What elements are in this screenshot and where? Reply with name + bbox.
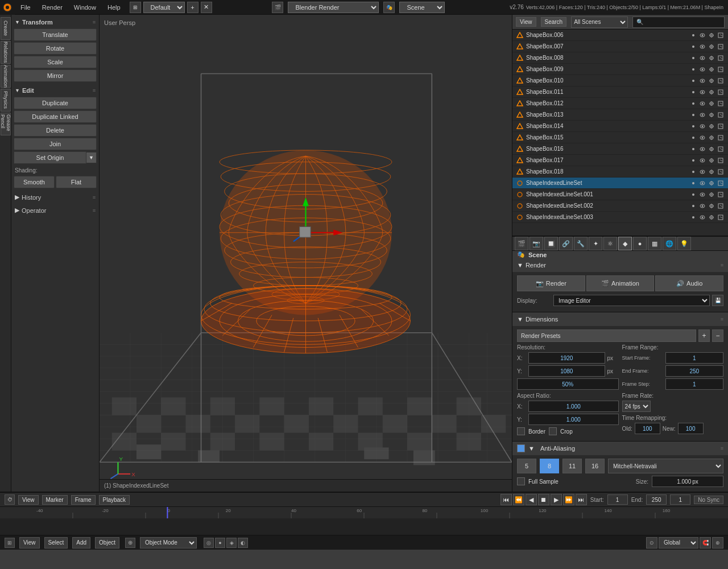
outliner-item-5[interactable]: ShapeBox.011 bbox=[512, 86, 728, 98]
item-eye-icon-15[interactable] bbox=[698, 202, 706, 210]
duplicate-btn[interactable]: Duplicate bbox=[14, 97, 97, 109]
world-btn[interactable]: 🌐 bbox=[663, 237, 676, 250]
item-render-icon-7[interactable] bbox=[717, 111, 725, 119]
item-render-icon-2[interactable] bbox=[717, 54, 725, 62]
outliner-search-input[interactable] bbox=[632, 17, 725, 28]
solid-btn[interactable]: ● bbox=[215, 538, 225, 548]
transform-header[interactable]: ▼ Transform ≡ bbox=[14, 17, 97, 27]
item-render-icon-13[interactable] bbox=[717, 179, 725, 187]
item-cursor-icon-3[interactable] bbox=[708, 65, 715, 73]
item-eye-icon-0[interactable] bbox=[698, 31, 706, 39]
res-x-value[interactable]: 1920 bbox=[528, 352, 605, 364]
timeline-marker-btn[interactable]: Marker bbox=[42, 495, 68, 505]
item-eye-icon-11[interactable] bbox=[698, 156, 706, 164]
physics-tab[interactable]: Physics bbox=[1, 89, 11, 112]
outliner-item-16[interactable]: ShapeIndexedLineSet.003 bbox=[512, 212, 728, 223]
viewport-canvas[interactable]: X Y bbox=[100, 15, 512, 492]
jump-start-btn[interactable]: ⏮ bbox=[500, 494, 512, 505]
outliner-item-14[interactable]: ShapeIndexedLineSet.001 bbox=[512, 189, 728, 200]
aa-5-btn[interactable]: 5 bbox=[517, 459, 536, 473]
material-mode-btn[interactable]: ◐ bbox=[238, 538, 248, 548]
prev-key-btn[interactable]: ⏪ bbox=[513, 494, 524, 505]
bottom-view-btn[interactable]: View bbox=[19, 537, 40, 549]
item-render-icon-0[interactable] bbox=[717, 31, 725, 39]
end-frame-input[interactable] bbox=[646, 494, 667, 505]
duplicate-linked-btn[interactable]: Duplicate Linked bbox=[14, 110, 97, 123]
outliner-search-btn[interactable]: Search bbox=[541, 17, 567, 27]
item-eye-icon-4[interactable] bbox=[698, 77, 706, 85]
item-eye-icon-8[interactable] bbox=[698, 122, 706, 130]
res-percent[interactable]: 50% bbox=[517, 378, 619, 390]
object-props-btn[interactable]: 🔲 bbox=[544, 237, 558, 250]
bottom-select-btn[interactable]: Select bbox=[44, 537, 68, 549]
menu-help[interactable]: Help bbox=[102, 0, 126, 14]
bottom-object-btn[interactable]: Object bbox=[95, 537, 119, 549]
render-btn[interactable]: 📷 Render bbox=[517, 275, 585, 291]
outliner-item-9[interactable]: ShapeBox.015 bbox=[512, 132, 728, 143]
item-cursor-icon-8[interactable] bbox=[708, 122, 715, 130]
item-render-icon-15[interactable] bbox=[717, 202, 725, 210]
frame-rate-select[interactable]: 24 fps bbox=[622, 401, 651, 412]
stop-btn[interactable]: ⏹ bbox=[538, 494, 549, 505]
item-eye-icon-16[interactable] bbox=[698, 213, 706, 221]
grease-pencil-tab[interactable]: Grease Pencil bbox=[1, 113, 11, 135]
aa-16-btn[interactable]: 16 bbox=[585, 459, 605, 473]
full-sample-checkbox[interactable] bbox=[517, 477, 525, 485]
outliner-item-7[interactable]: ShapeBox.013 bbox=[512, 109, 728, 121]
outliner-item-3[interactable]: ShapeBox.009 bbox=[512, 64, 728, 75]
outliner-item-8[interactable]: ShapeBox.014 bbox=[512, 121, 728, 132]
transform-orientation[interactable]: Global bbox=[659, 537, 698, 549]
timeline-frame-btn[interactable]: Frame bbox=[71, 495, 96, 505]
item-render-icon-12[interactable] bbox=[717, 168, 725, 176]
outliner-item-0[interactable]: ShapeBox.006 bbox=[512, 30, 728, 41]
presets-minus-btn[interactable]: − bbox=[712, 329, 723, 342]
renderer-selector[interactable]: Blender Render bbox=[288, 2, 379, 13]
item-eye-icon-1[interactable] bbox=[698, 43, 706, 51]
item-eye-icon-12[interactable] bbox=[698, 168, 706, 176]
relations-tab[interactable]: Relations bbox=[1, 41, 11, 64]
presets-add-btn[interactable]: + bbox=[698, 329, 710, 342]
smooth-btn[interactable]: Smooth bbox=[14, 176, 55, 188]
translate-btn[interactable]: Translate bbox=[14, 28, 97, 41]
viewport-mode-icon[interactable]: ⊞ bbox=[5, 538, 15, 548]
object-mode-select[interactable]: Object Mode bbox=[140, 537, 197, 549]
aa-checkbox[interactable] bbox=[517, 444, 525, 452]
item-render-icon-10[interactable] bbox=[717, 145, 725, 153]
item-eye-icon-2[interactable] bbox=[698, 54, 706, 62]
display-select[interactable]: Image Editor bbox=[553, 295, 710, 306]
res-y-value[interactable]: 1080 bbox=[528, 365, 605, 377]
menu-render[interactable]: Render bbox=[36, 0, 68, 14]
particles-btn[interactable]: ✦ bbox=[589, 237, 602, 250]
render-props-btn[interactable]: 📷 bbox=[530, 237, 543, 250]
timeline-icon[interactable]: ⏱ bbox=[5, 494, 15, 505]
timeline-playback-btn[interactable]: Playback bbox=[99, 495, 130, 505]
outliner-item-15[interactable]: ShapeIndexedLineSet.002 bbox=[512, 200, 728, 212]
item-render-icon-9[interactable] bbox=[717, 134, 725, 142]
animation-btn[interactable]: 🎬 Animation bbox=[586, 275, 655, 291]
close-screen-btn[interactable]: ✕ bbox=[201, 2, 212, 13]
pivot-btn[interactable]: ⊕ bbox=[712, 537, 723, 549]
item-render-icon-4[interactable] bbox=[717, 77, 725, 85]
new-value[interactable]: 100 bbox=[678, 423, 704, 434]
menu-file[interactable]: File bbox=[15, 0, 36, 14]
operator-section[interactable]: ▶ Operator ≡ bbox=[14, 205, 97, 216]
item-render-icon-16[interactable] bbox=[717, 213, 725, 221]
size-value[interactable]: 1.000 px bbox=[652, 476, 723, 487]
outliner-item-2[interactable]: ShapeBox.008 bbox=[512, 52, 728, 64]
crop-checkbox[interactable] bbox=[549, 427, 557, 435]
data-btn[interactable]: ◆ bbox=[618, 237, 632, 250]
item-render-icon-11[interactable] bbox=[717, 156, 725, 164]
frame-step-value[interactable]: 1 bbox=[665, 378, 724, 390]
timeline-view-btn[interactable]: View bbox=[18, 495, 39, 505]
item-eye-icon-3[interactable] bbox=[698, 65, 706, 73]
aa-8-btn[interactable]: 8 bbox=[540, 459, 559, 473]
scene-props-btn[interactable]: 🎬 bbox=[515, 237, 528, 250]
mirror-btn[interactable]: Mirror bbox=[14, 69, 97, 82]
item-eye-icon-13[interactable] bbox=[698, 179, 706, 187]
item-eye-icon-9[interactable] bbox=[698, 134, 706, 142]
item-cursor-icon-11[interactable] bbox=[708, 156, 715, 164]
item-eye-icon-14[interactable] bbox=[698, 191, 706, 199]
history-section[interactable]: ▶ History ≡ bbox=[14, 192, 97, 203]
item-cursor-icon-4[interactable] bbox=[708, 77, 715, 85]
bottom-add-btn[interactable]: Add bbox=[72, 537, 90, 549]
